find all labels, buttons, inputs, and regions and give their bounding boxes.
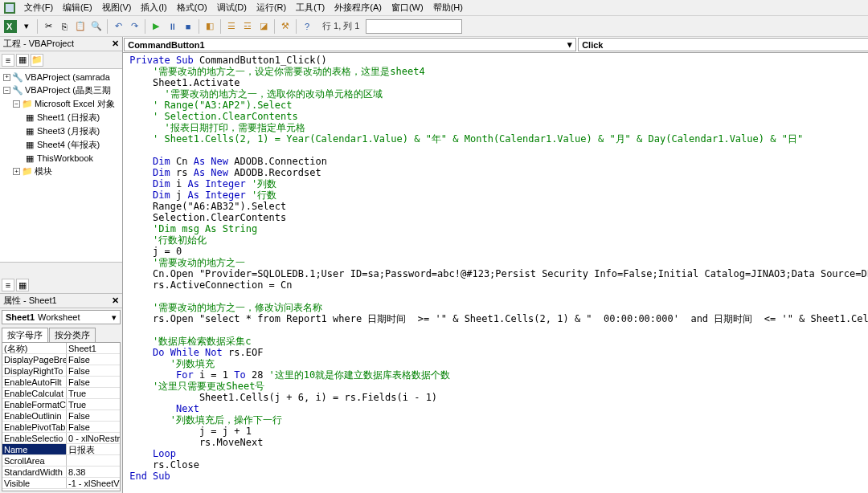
project-tree[interactable]: +🔧VBAProject (samrada −🔧VBAProject (晶奥三期… — [0, 69, 122, 262]
properties-grid[interactable]: (名称)Sheet1DisplayPageBreFalseDisplayRigh… — [2, 342, 121, 491]
property-name: EnableSelectio — [2, 433, 67, 443]
property-row[interactable]: Visible-1 - xlSheetV — [2, 478, 120, 489]
property-row[interactable]: Name日报表 — [2, 444, 120, 455]
sheet-icon: ▦ — [24, 140, 35, 151]
tree-excel-objects[interactable]: Microsoft Excel 对象 — [35, 98, 115, 110]
expand-icon[interactable]: + — [13, 168, 20, 175]
menu-file[interactable]: 文件(F) — [19, 0, 58, 15]
excel-icon[interactable]: X — [3, 19, 18, 34]
dropdown-icon[interactable]: ▾ — [112, 312, 117, 323]
collapse-icon[interactable]: − — [13, 100, 20, 108]
design-icon[interactable]: ◧ — [203, 19, 217, 34]
menu-tools[interactable]: 工具(T) — [291, 0, 330, 15]
tab-alphabetic[interactable]: 按字母序 — [2, 328, 48, 342]
menu-view[interactable]: 视图(V) — [97, 0, 137, 15]
properties-object-combo[interactable]: Sheet1 Worksheet ▾ — [2, 310, 121, 324]
object-combo[interactable]: CommandButton1 ▾ — [124, 38, 576, 51]
cursor-position: 行 1, 列 1 — [322, 20, 359, 32]
menu-run[interactable]: 运行(R) — [252, 0, 291, 15]
property-row[interactable]: DisplayRightToFalse — [2, 365, 120, 377]
menu-addins[interactable]: 外接程序(A) — [330, 0, 387, 15]
property-value[interactable]: False — [67, 422, 120, 432]
menu-window[interactable]: 窗口(W) — [387, 0, 428, 15]
property-name: StandardWidth — [2, 467, 67, 477]
property-row[interactable]: (名称)Sheet1 — [2, 343, 120, 354]
property-value[interactable]: True — [67, 399, 120, 409]
property-row[interactable]: StandardWidth8.38 — [2, 467, 120, 478]
property-value[interactable]: 8.38 — [67, 467, 120, 477]
toggle-folders-icon[interactable]: 📁 — [31, 54, 43, 67]
find-icon[interactable]: 🔍 — [89, 19, 104, 34]
project-panel-title: 工程 - VBAProject ✕ — [0, 37, 122, 51]
view-object-icon[interactable]: ▦ — [16, 54, 29, 67]
property-row[interactable]: EnableAutoFiltFalse — [2, 377, 120, 388]
property-value[interactable]: True — [67, 388, 120, 398]
property-value[interactable]: False — [67, 354, 120, 365]
view-code-icon[interactable]: ≡ — [2, 54, 14, 67]
tab-categorized[interactable]: 按分类序 — [49, 328, 96, 342]
break-icon[interactable]: ⏸ — [165, 19, 179, 34]
project-close-icon[interactable]: ✕ — [112, 39, 119, 49]
tree-project-1[interactable]: VBAProject (samrada — [25, 72, 110, 82]
view-code-icon[interactable]: ≡ — [2, 279, 14, 291]
property-name: EnableCalculat — [2, 388, 67, 398]
property-row[interactable]: EnableFormatCoTrue — [2, 399, 120, 410]
procedure-combo-text: Click — [582, 40, 603, 50]
properties-close-icon[interactable]: ✕ — [112, 295, 119, 306]
menu-format[interactable]: 格式(O) — [172, 0, 212, 15]
redo-icon[interactable]: ↷ — [127, 19, 141, 34]
toolbar: X ▾ ✂ ⎘ 📋 🔍 ↶ ↷ ▶ ⏸ ■ ◧ ☰ ☲ ◪ ⚒ ? 行 1, 列… — [0, 16, 868, 37]
code-editor[interactable]: Private Sub CommandButton1_Click() '需要改动… — [123, 53, 868, 493]
properties-tabs: 按字母序 按分类序 — [2, 328, 121, 342]
tree-modules[interactable]: 模块 — [35, 165, 52, 177]
tree-sheet3[interactable]: Sheet3 (月报表) — [37, 125, 100, 137]
property-value[interactable] — [67, 455, 120, 466]
tree-project-2[interactable]: VBAProject (晶奥三期 — [25, 84, 111, 96]
expand-icon[interactable]: + — [3, 74, 10, 81]
paste-icon[interactable]: 📋 — [73, 19, 88, 34]
dropdown-icon[interactable]: ▾ — [19, 19, 34, 34]
property-value[interactable]: Sheet1 — [67, 343, 120, 353]
property-row[interactable]: EnableSelectio0 - xlNoRestr — [2, 433, 120, 444]
property-value[interactable]: -1 - xlSheetV — [67, 478, 120, 488]
property-row[interactable]: DisplayPageBreFalse — [2, 354, 120, 365]
project-explorer-icon[interactable]: ☰ — [224, 19, 239, 34]
property-value[interactable]: False — [67, 377, 120, 387]
property-value[interactable]: 日报表 — [67, 444, 120, 454]
property-name: ScrollArea — [2, 455, 67, 466]
help-icon[interactable]: ? — [300, 19, 314, 34]
property-row[interactable]: ScrollArea — [2, 455, 120, 467]
reset-icon[interactable]: ■ — [181, 19, 195, 34]
property-value[interactable]: 0 - xlNoRestr — [67, 433, 120, 443]
property-row[interactable]: EnableOutlininFalse — [2, 410, 120, 422]
vba-project-icon: 🔧 — [12, 71, 23, 83]
sheet-icon: ▦ — [24, 126, 35, 137]
property-value[interactable]: False — [67, 410, 120, 421]
toolbox-icon[interactable]: ⚒ — [278, 19, 293, 34]
property-name: DisplayPageBre — [2, 354, 67, 365]
collapse-icon[interactable]: − — [3, 87, 10, 94]
menu-insert[interactable]: 插入(I) — [136, 0, 171, 15]
property-value[interactable]: False — [67, 365, 120, 376]
property-row[interactable]: EnablePivotTabFalse — [2, 422, 120, 433]
object-browser-icon[interactable]: ◪ — [256, 19, 271, 34]
menu-edit[interactable]: 编辑(E) — [58, 0, 97, 15]
view-object-icon[interactable]: ▦ — [16, 279, 29, 291]
menu-help[interactable]: 帮助(H) — [428, 0, 468, 15]
menu-debug[interactable]: 调试(D) — [212, 0, 252, 15]
run-icon[interactable]: ▶ — [149, 19, 163, 34]
cut-icon[interactable]: ✂ — [41, 19, 55, 34]
svg-text:X: X — [6, 22, 13, 31]
toolbar-combo[interactable] — [366, 19, 462, 34]
folder-icon: 📁 — [22, 99, 33, 110]
properties-icon[interactable]: ☲ — [240, 19, 255, 34]
dropdown-icon[interactable]: ▾ — [567, 39, 572, 50]
tree-thisworkbook[interactable]: ThisWorkbook — [37, 153, 93, 163]
undo-icon[interactable]: ↶ — [111, 19, 125, 34]
tree-sheet4[interactable]: Sheet4 (年报表) — [37, 139, 100, 151]
tree-sheet1[interactable]: Sheet1 (日报表) — [37, 112, 100, 124]
workbook-icon: ▦ — [24, 153, 35, 164]
property-row[interactable]: EnableCalculatTrue — [2, 388, 120, 399]
copy-icon[interactable]: ⎘ — [57, 19, 72, 34]
procedure-combo[interactable]: Click ▾ — [578, 38, 868, 51]
